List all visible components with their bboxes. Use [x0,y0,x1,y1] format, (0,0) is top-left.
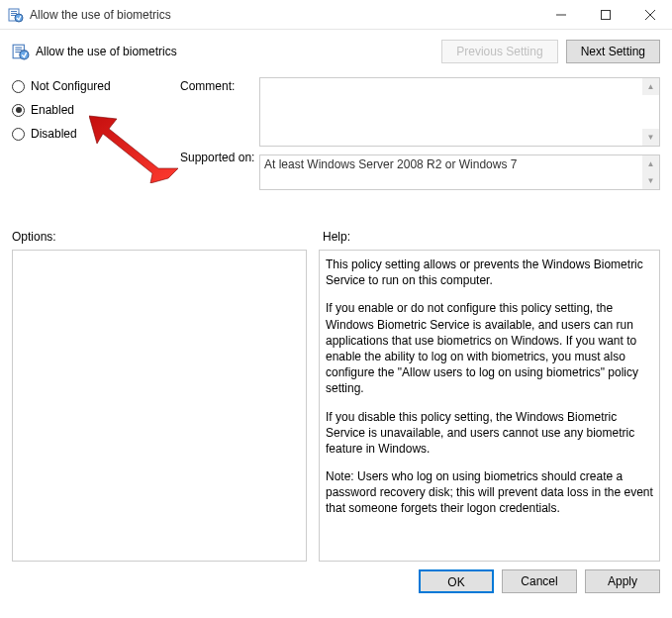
help-label: Help: [319,230,660,244]
svg-rect-11 [15,50,22,51]
policy-icon [8,7,24,23]
dialog-footer: OK Cancel Apply [0,562,672,601]
supported-label: Supported on: [180,151,259,164]
supported-value: At least Windows Server 2008 R2 or Windo… [260,155,659,173]
radio-label: Disabled [31,127,77,141]
help-panel: This policy setting allows or prevents t… [319,250,660,562]
options-label: Options: [12,230,319,244]
svg-rect-2 [11,13,17,14]
ok-button[interactable]: OK [419,569,494,593]
radio-icon [12,80,25,93]
comment-label: Comment: [180,79,259,93]
radio-icon [12,128,25,141]
supported-field: At least Windows Server 2008 R2 or Windo… [259,154,660,190]
dialog-header: Allow the use of biometrics Previous Set… [12,40,660,63]
radio-disabled[interactable]: Disabled [12,127,170,141]
help-paragraph: If you disable this policy setting, the … [326,409,653,458]
cancel-button[interactable]: Cancel [502,569,577,593]
radio-label: Not Configured [31,79,111,93]
comment-field[interactable]: ▲ ▼ [259,77,660,147]
svg-rect-10 [15,48,22,49]
window-title: Allow the use of biometrics [30,8,538,22]
apply-button[interactable]: Apply [585,569,660,593]
radio-enabled[interactable]: Enabled [12,103,170,117]
comment-value [260,78,659,82]
radio-icon [12,104,25,117]
maximize-button[interactable] [583,0,627,29]
titlebar: Allow the use of biometrics [0,0,672,30]
help-paragraph: This policy setting allows or prevents t… [326,257,653,288]
policy-title: Allow the use of biometrics [36,45,441,58]
close-button[interactable] [627,0,672,29]
scroll-down-icon[interactable]: ▼ [642,129,659,146]
svg-rect-6 [601,10,610,19]
minimize-button[interactable] [538,0,583,29]
next-setting-button[interactable]: Next Setting [566,40,660,63]
scroll-down-icon[interactable]: ▼ [642,172,659,189]
previous-setting-button: Previous Setting [441,40,557,63]
options-panel [12,250,307,562]
svg-rect-1 [11,11,17,12]
radio-not-configured[interactable]: Not Configured [12,79,170,93]
help-paragraph: If you enable or do not configure this p… [326,300,653,396]
radio-label: Enabled [31,103,74,117]
policy-icon [12,43,30,60]
window-controls [538,0,672,29]
help-paragraph: Note: Users who log on using biometrics … [326,468,653,517]
scroll-up-icon[interactable]: ▲ [642,78,659,95]
scroll-up-icon[interactable]: ▲ [642,155,659,172]
